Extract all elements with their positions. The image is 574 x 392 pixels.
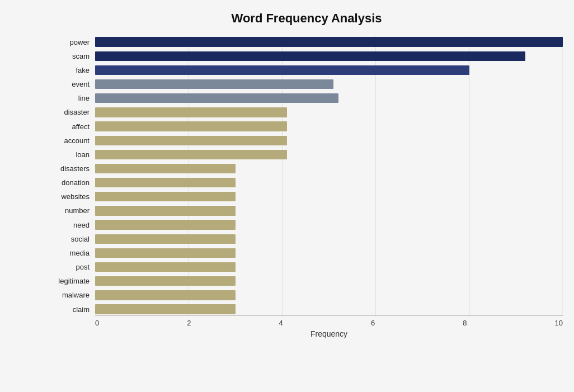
bar-disaster	[95, 107, 287, 117]
bar-row	[95, 64, 563, 76]
x-tick: 10	[554, 319, 562, 327]
y-label-donation: donation	[50, 177, 95, 189]
y-label-affect: affect	[50, 120, 95, 133]
y-label-line: line	[50, 92, 95, 105]
x-tick: 8	[463, 319, 467, 327]
bar-disasters	[95, 164, 236, 173]
x-tick: 2	[187, 319, 191, 327]
bar-power	[95, 37, 563, 46]
bars-area	[95, 36, 563, 315]
bar-row	[95, 50, 563, 62]
bar-loan	[95, 150, 287, 159]
bar-row	[95, 261, 563, 273]
y-label-number: number	[50, 205, 95, 217]
y-label-websites: websites	[50, 191, 95, 203]
bar-post	[95, 262, 236, 272]
x-tick: 6	[371, 319, 375, 327]
bar-need	[95, 220, 236, 229]
y-label-disasters: disasters	[50, 162, 95, 174]
bar-fake	[95, 65, 469, 75]
y-label-claim: claim	[50, 303, 95, 315]
bar-row	[95, 162, 563, 174]
y-label-loan: loan	[50, 148, 95, 160]
y-label-scam: scam	[50, 50, 95, 62]
bar-row	[95, 177, 563, 189]
bar-row	[95, 106, 563, 119]
bar-malware	[95, 290, 236, 300]
bar-row	[95, 289, 563, 301]
bar-row	[95, 233, 563, 245]
y-label-malware: malware	[50, 289, 95, 301]
bar-row	[95, 191, 563, 203]
bar-number	[95, 206, 236, 215]
bar-row	[95, 219, 563, 231]
bar-websites	[95, 192, 236, 201]
bar-social	[95, 234, 236, 244]
bar-row	[95, 148, 563, 160]
x-tick: 4	[279, 319, 283, 327]
bar-affect	[95, 121, 287, 131]
y-label-media: media	[50, 247, 95, 259]
y-label-event: event	[50, 78, 95, 90]
bar-account	[95, 136, 287, 145]
bar-row	[95, 36, 563, 48]
bar-media	[95, 248, 236, 258]
y-axis-labels: powerscamfakeeventlinedisasteraffectacco…	[50, 36, 95, 315]
y-label-post: post	[50, 261, 95, 273]
chart-title: Word Frequency Analysis	[50, 11, 563, 26]
y-label-disaster: disaster	[50, 106, 95, 119]
bar-row	[95, 134, 563, 147]
y-label-legitimate: legitimate	[50, 275, 95, 287]
bar-claim	[95, 304, 236, 314]
bar-legitimate	[95, 276, 236, 286]
bar-row	[95, 303, 563, 315]
bar-row	[95, 120, 563, 133]
bar-event	[95, 79, 333, 89]
x-axis-label: Frequency	[95, 329, 563, 338]
bar-row	[95, 92, 563, 105]
chart-container: Word Frequency Analysis powerscamfakeeve…	[0, 0, 574, 392]
y-label-fake: fake	[50, 64, 95, 76]
bar-row	[95, 275, 563, 287]
y-label-need: need	[50, 219, 95, 231]
y-label-power: power	[50, 36, 95, 48]
bar-line	[95, 93, 338, 103]
x-tick: 0	[95, 319, 99, 327]
y-label-account: account	[50, 134, 95, 147]
bar-row	[95, 205, 563, 217]
bar-row	[95, 247, 563, 259]
y-label-social: social	[50, 233, 95, 245]
bar-row	[95, 78, 563, 90]
x-axis: 0246810 Frequency	[95, 315, 563, 338]
bar-donation	[95, 178, 236, 187]
bar-scam	[95, 51, 525, 61]
